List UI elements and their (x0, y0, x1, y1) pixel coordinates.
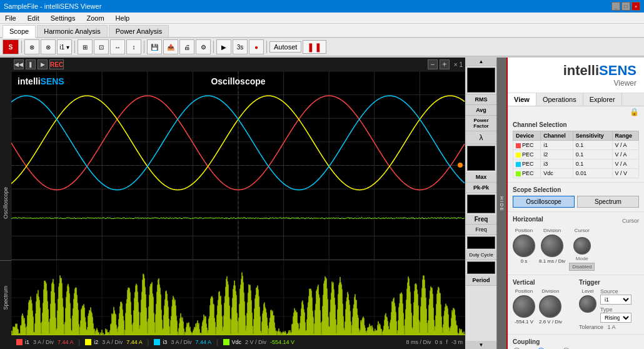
step-btn[interactable]: ▶ (38, 59, 48, 69)
scroll-up-btn[interactable]: ▲ (466, 58, 496, 66)
zoom-h-btn[interactable]: ↔ (110, 39, 125, 54)
input-icon[interactable]: ⊗ (41, 39, 56, 54)
ch-row-i2: PEC i2 0.1 V / A (513, 150, 639, 159)
duty-cycle-button[interactable]: Duty Cycle (466, 250, 496, 260)
zoom-v-btn[interactable]: ↕ (126, 39, 141, 54)
zoom-minus-btn[interactable]: − (428, 59, 438, 69)
menu-zoom[interactable]: Zoom (84, 14, 106, 23)
trigger-title: Trigger (579, 279, 639, 286)
intellisens-icon[interactable]: S (3, 39, 19, 54)
cursor-indicator (458, 163, 463, 168)
zoom-fit-btn[interactable]: ⊡ (94, 39, 109, 54)
h-position-knob[interactable] (513, 235, 535, 257)
scope-metric-buttons: ▲ RMS Avg PowerFactor λ Max Pk-Pk Freq F… (465, 58, 496, 349)
channel-table: Device Channel Sensitivity Range PEC i1 … (513, 131, 639, 178)
rms-button[interactable]: RMS (466, 94, 496, 105)
pause-button[interactable]: ❚❚ (303, 40, 326, 54)
tab-power[interactable]: Power Analysis (109, 25, 169, 37)
spectrum-canvas (11, 260, 465, 335)
v-position-group: Position -554.1 V (513, 288, 535, 325)
menubar: File Edit Settings Zoom Help (0, 13, 644, 24)
close-button[interactable]: × (631, 2, 640, 11)
menu-edit[interactable]: Edit (25, 14, 42, 23)
scope-selection-title: Scope Selection (513, 186, 639, 193)
trigger-type-select[interactable]: RisingFalling (600, 313, 631, 323)
status-right: 8 ms / Div 0 s f -3 m (406, 339, 463, 345)
h-division-knob[interactable] (541, 235, 563, 257)
v-division-knob[interactable] (539, 295, 561, 318)
vertical-title: Vertical (513, 279, 573, 286)
h-division-group: Division 8.1 ms / Div (539, 228, 565, 264)
power-factor-button[interactable]: PowerFactor (466, 116, 496, 131)
view-tabs: View Operations Explorer (508, 93, 644, 106)
trigger-settings: Source i1i2i3 Type RisingFalling (600, 288, 631, 323)
lock-icon: 🔒 (630, 108, 639, 116)
tab-explorer[interactable]: Explorer (583, 93, 622, 106)
channel-icon[interactable]: ⊗ (24, 39, 39, 54)
hide-panel-btn[interactable]: H I D E (496, 58, 506, 349)
trigger-subsection: Trigger Level Source i1i2i3 (579, 279, 639, 330)
vertical-trigger-section: Vertical Position -554.1 V Division 2.6 … (508, 275, 644, 335)
export-btn[interactable]: 📤 (163, 39, 178, 54)
freq2-button[interactable]: Freq (466, 225, 496, 235)
i1-selector[interactable]: i1 ▾ (57, 39, 72, 54)
scope-logo: intelliSENS (18, 76, 64, 86)
tab-view[interactable]: View (508, 93, 536, 106)
avg-button[interactable]: Avg (466, 105, 496, 116)
period-button[interactable]: Period (466, 275, 496, 286)
ch1-status: i1 3 A / Div 7.44 A (14, 338, 76, 346)
zoom-plus-btn[interactable]: + (440, 59, 450, 69)
titlebar: SampleFile - intelliSENS Viewer _ □ × (0, 0, 644, 13)
trigger-controls: Level Source i1i2i3 Type (579, 288, 639, 323)
spectrum-label: Spectrum (0, 260, 11, 335)
coupling-section: Coupling AC DC Gnd (508, 335, 644, 349)
ch-row-vdc: PEC Vdc 0.01 V / V (513, 169, 639, 178)
save-btn[interactable]: 💾 (147, 39, 162, 54)
vdc-status: Vdc 2 V / Div -554.14 V (221, 338, 298, 346)
rewind-btn[interactable]: ◀◀ (14, 59, 24, 69)
num-btn[interactable]: 3s (233, 39, 248, 54)
max-button[interactable]: Max (466, 172, 496, 183)
ch-row-i3: PEC i3 0.1 V / A (513, 159, 639, 169)
ch-row-i1: PEC i1 0.1 V / A (513, 141, 639, 150)
cursor-btn[interactable]: ⊞ (78, 39, 93, 54)
autoset-button[interactable]: Autoset (269, 41, 301, 53)
spectrum-btn[interactable]: Spectrum (577, 196, 639, 208)
tab-scope[interactable]: Scope (3, 25, 36, 38)
brand-area: intelliSENS Viewer (508, 58, 644, 93)
scope-canvas (11, 71, 465, 260)
freq-mini-thumb (467, 195, 495, 213)
play-pause-btn[interactable]: ❚ (26, 59, 36, 69)
center-panel: ◀◀ ❚ ▶ REC − + × 1 intelliSENS Oscillosc… (11, 58, 465, 349)
period-mini-thumb (467, 261, 495, 274)
horizontal-knobs: Position 0 s Division 8.1 ms / Div Curso… (513, 228, 639, 271)
menu-file[interactable]: File (3, 14, 19, 23)
print-btn[interactable]: 🖨 (179, 39, 194, 54)
duty-mini-thumb (467, 236, 495, 249)
record-btn[interactable]: ● (249, 39, 264, 54)
trigger-level-knob[interactable] (579, 295, 596, 313)
v-position-knob[interactable] (513, 295, 535, 318)
settings-btn[interactable]: ⚙ (196, 39, 211, 54)
trigger-source-select[interactable]: i1i2i3 (600, 295, 631, 305)
lambda-button[interactable]: λ (466, 131, 496, 144)
scope-title: Oscilloscope (211, 76, 265, 86)
horizontal-section: Horizontal Cursor Position 0 s Division … (508, 212, 644, 275)
tab-harmonic[interactable]: Harmonic Analysis (37, 25, 107, 37)
cursor-knob[interactable] (573, 237, 591, 255)
pkpk-button[interactable]: Pk-Pk (466, 183, 496, 193)
oscilloscope-area: intelliSENS Oscilloscope (11, 71, 465, 260)
play-btn[interactable]: ▶ (216, 39, 231, 54)
tab-operations[interactable]: Operations (536, 93, 583, 106)
channel-selection-title: Channel Selection (513, 121, 639, 128)
scope-selection-buttons: Oscilloscope Spectrum (513, 196, 639, 208)
scroll-down-btn[interactable]: ▼ (466, 341, 496, 349)
freq-big-button[interactable]: Freq (466, 215, 496, 225)
cursor-group: Cursor Mode Disabled (569, 228, 595, 271)
run-btn[interactable]: REC (49, 59, 64, 69)
menu-settings[interactable]: Settings (48, 14, 78, 23)
menu-help[interactable]: Help (113, 14, 133, 23)
maximize-button[interactable]: □ (621, 2, 630, 11)
oscilloscope-btn[interactable]: Oscilloscope (513, 196, 575, 208)
minimize-button[interactable]: _ (611, 2, 620, 11)
